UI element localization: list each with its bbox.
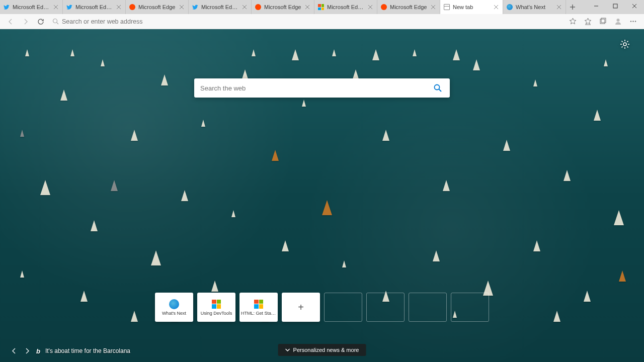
tab[interactable]: New tab (440, 0, 503, 14)
chevron-down-icon (285, 347, 290, 352)
tab-close-button[interactable] (52, 4, 59, 11)
quick-link-icon (254, 299, 264, 309)
svg-point-31 (632, 21, 633, 22)
quick-link-tile[interactable]: What's Next (155, 293, 193, 322)
tab[interactable]: Microsoft Edge Dev (@ (0, 0, 63, 14)
tab[interactable]: Microsoft Edge (252, 0, 314, 14)
tab-title: Microsoft Edge (264, 4, 301, 10)
tab-title: Microsoft Edge Insider (327, 4, 364, 10)
web-search-box[interactable] (194, 78, 450, 98)
quick-link-empty-slot[interactable] (366, 293, 405, 322)
tab-favicon (192, 4, 199, 11)
forward-button[interactable] (19, 15, 32, 28)
tab-title: Microsoft Edge Dev (@ (13, 4, 50, 10)
new-tab-page: What's NextUsing DevToolsHTML: Get Start… (0, 29, 644, 362)
quick-link-label: Using DevTools (201, 311, 232, 316)
refresh-button[interactable] (34, 15, 47, 28)
tab-title: Microsoft Edge Dev (@ (201, 4, 238, 10)
quick-links: What's NextUsing DevToolsHTML: Get Start… (155, 293, 489, 322)
window-close-button[interactable] (625, 0, 644, 12)
tab-close-button[interactable] (430, 4, 437, 11)
tab-favicon (66, 4, 73, 11)
tab-favicon (129, 4, 136, 11)
quick-link-label: What's Next (162, 311, 186, 316)
svg-point-29 (616, 19, 619, 22)
image-info: b It's aboat time for the Barcolana (10, 347, 130, 355)
svg-rect-28 (601, 18, 606, 23)
profile-button[interactable] (611, 15, 625, 28)
window-maximize-button[interactable] (606, 0, 625, 12)
tab-favicon (317, 4, 325, 11)
tab-title: New tab (453, 4, 490, 10)
svg-point-42 (435, 85, 440, 90)
address-input[interactable] (62, 18, 560, 25)
window-controls (587, 0, 644, 16)
more-button[interactable] (626, 15, 640, 28)
quick-link-empty-slot[interactable] (451, 293, 489, 322)
svg-rect-1 (613, 4, 617, 8)
web-search-button[interactable] (432, 82, 444, 94)
quick-link-empty-slot[interactable] (409, 293, 447, 322)
news-expand-label: Personalized news & more (293, 347, 359, 353)
tab-close-button[interactable] (367, 4, 374, 11)
tab-favicon (380, 4, 387, 11)
web-search-input[interactable] (200, 84, 432, 92)
quick-link-tile[interactable]: Using DevTools (197, 293, 235, 322)
new-tab-button[interactable] (566, 0, 579, 14)
tab-title: Microsoft Edge (138, 4, 176, 10)
tab[interactable]: Microsoft Edge Insider (314, 0, 377, 14)
favorite-star-button[interactable] (566, 15, 580, 28)
page-settings-button[interactable] (620, 39, 630, 49)
news-expand-button[interactable]: Personalized news & more (278, 344, 366, 356)
tab-title: What's Next (516, 4, 553, 10)
tab-title: Microsoft Edge Dev (@ (75, 4, 113, 10)
search-icon (52, 18, 59, 25)
quick-link-empty-slot[interactable] (324, 293, 362, 322)
tab-close-button[interactable] (178, 4, 185, 11)
tab-close-button[interactable] (241, 4, 248, 11)
quick-link-tile[interactable]: HTML: Get Start... (239, 293, 278, 322)
svg-line-25 (57, 23, 59, 25)
address-bar (0, 14, 644, 29)
image-prev-button[interactable] (10, 347, 18, 355)
tab[interactable]: Microsoft Edge (126, 0, 189, 14)
tab-favicon (506, 4, 513, 11)
window-minimize-button[interactable] (587, 0, 606, 12)
tab-close-button[interactable] (555, 4, 562, 11)
svg-line-39 (627, 46, 628, 47)
tab[interactable]: Microsoft Edge (377, 0, 440, 14)
favorites-button[interactable] (581, 15, 595, 28)
tab-close-button[interactable] (493, 4, 500, 11)
quick-link-add-button[interactable]: + (282, 293, 320, 322)
svg-point-30 (630, 21, 631, 22)
svg-line-43 (439, 89, 442, 92)
tab[interactable]: Microsoft Edge Dev (@ (63, 0, 126, 14)
svg-line-38 (622, 41, 623, 42)
back-button[interactable] (4, 15, 17, 28)
tab-close-button[interactable] (115, 4, 122, 11)
quick-link-icon (169, 299, 179, 309)
bing-logo-icon: b (36, 347, 40, 355)
svg-point-32 (634, 21, 635, 22)
tabs-bar: Microsoft Edge Dev (@Microsoft Edge Dev … (0, 0, 644, 14)
tab-favicon (443, 4, 450, 11)
tab-close-button[interactable] (304, 4, 311, 11)
tab[interactable]: What's Next (503, 0, 566, 14)
svg-point-24 (53, 19, 57, 23)
quick-link-icon: + (296, 302, 306, 312)
svg-rect-27 (600, 19, 605, 24)
svg-line-41 (622, 46, 623, 47)
collections-button[interactable] (596, 15, 610, 28)
svg-line-40 (627, 41, 628, 42)
address-field-wrap[interactable] (49, 15, 564, 28)
image-caption[interactable]: It's aboat time for the Barcolana (45, 347, 130, 354)
quick-link-label: HTML: Get Start... (241, 311, 276, 316)
tab[interactable]: Microsoft Edge Dev (@ (189, 0, 252, 14)
quick-link-icon (211, 299, 221, 309)
image-next-button[interactable] (23, 347, 31, 355)
svg-point-33 (623, 43, 626, 46)
tab-favicon (255, 4, 262, 11)
tab-favicon (3, 4, 10, 11)
tab-title: Microsoft Edge (390, 4, 427, 10)
